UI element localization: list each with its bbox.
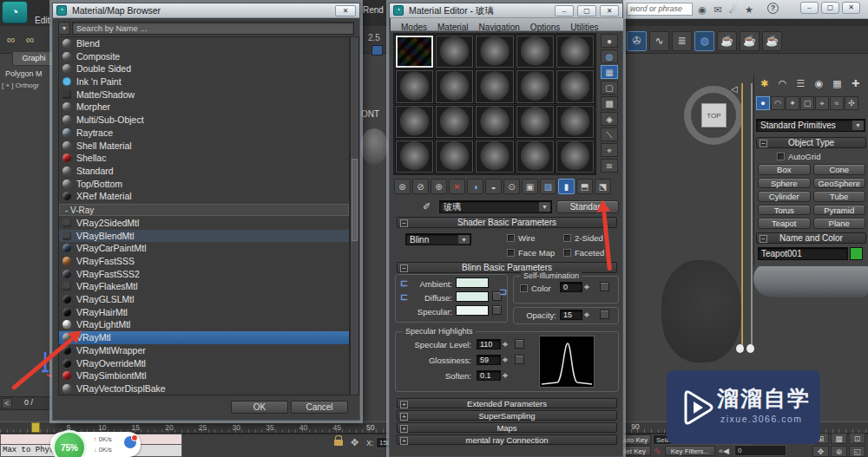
current-frame-field[interactable]: 0: [734, 445, 786, 456]
lock-maps-icon[interactable]: ⊏: [499, 286, 507, 297]
expand-icon[interactable]: +: [400, 413, 408, 421]
collapse-icon[interactable]: −: [760, 235, 767, 243]
show-background-icon[interactable]: ▣: [522, 179, 538, 194]
editor-titlebar[interactable]: ◔ Material Editor - 玻璃 – ▢ ✕: [390, 3, 622, 18]
sample-slot[interactable]: [516, 35, 555, 69]
checkbox-icon[interactable]: [777, 153, 785, 160]
object-name-field[interactable]: Teapot001: [758, 247, 848, 260]
go-to-parent-icon[interactable]: ⬒: [576, 179, 593, 194]
checkbox-icon[interactable]: [563, 234, 571, 242]
material-list-item[interactable]: VRayFlakesMtl: [59, 280, 349, 293]
parameter-spinner[interactable]: [503, 370, 510, 381]
close-icon[interactable]: ✕: [335, 5, 356, 16]
communication-center-icon[interactable]: ☄: [726, 3, 741, 16]
pan-icon[interactable]: ✥: [812, 446, 829, 457]
collapse-icon[interactable]: −: [760, 140, 767, 147]
utilities-tab-icon[interactable]: ✚: [847, 76, 864, 91]
menu-rendering-fragment[interactable]: Rend: [363, 5, 384, 15]
material-list-item[interactable]: Matte/Shadow: [59, 88, 349, 101]
material-list-item[interactable]: VRayMtlWrapper: [59, 344, 349, 357]
selection-lock-icon[interactable]: [334, 440, 343, 446]
sample-slot[interactable]: [556, 69, 595, 103]
sample-slot[interactable]: [475, 35, 514, 69]
cameras-icon[interactable]: ▢: [800, 96, 814, 110]
sample-slot[interactable]: [556, 140, 595, 173]
specular-map-button[interactable]: [492, 305, 502, 315]
subscription-center-icon[interactable]: ✉: [710, 3, 726, 16]
viewcube-top-face[interactable]: TOP: [701, 103, 727, 127]
render-setup-icon[interactable]: ∿: [649, 31, 669, 51]
specular-color-swatch[interactable]: [456, 305, 489, 316]
graphite-ribbon-fragment[interactable]: Graphi: [12, 52, 56, 66]
get-material-icon[interactable]: ⊛: [394, 179, 411, 194]
reset-map-icon[interactable]: ✕: [449, 179, 465, 194]
sample-slot[interactable]: [475, 105, 514, 139]
render-iterative-icon[interactable]: ☕: [740, 31, 760, 51]
search-input[interactable]: Search by Name ...: [72, 22, 354, 35]
primitive-button[interactable]: Plane: [813, 218, 866, 229]
material-list-item[interactable]: Shell Material: [59, 140, 349, 153]
sample-type-icon[interactable]: ●: [601, 34, 618, 48]
field-of-view-icon[interactable]: ⊡: [849, 433, 865, 444]
material-list-item[interactable]: Standard: [59, 165, 349, 178]
zoom-region-icon[interactable]: ▦: [831, 433, 847, 444]
material-list-item[interactable]: VRayFastSSS: [59, 255, 349, 268]
chevron-down-icon[interactable]: ▼: [852, 121, 864, 130]
sample-slot[interactable]: [516, 140, 555, 173]
chevron-down-icon[interactable]: ▼: [458, 235, 470, 244]
material-list-item[interactable]: VRayCarPaintMtl: [59, 242, 349, 255]
scrollbar-thumb[interactable]: [352, 159, 358, 241]
material-list-item[interactable]: Double Sided: [59, 62, 349, 75]
help-icon[interactable]: ?: [767, 3, 779, 14]
opacity-spinner[interactable]: [584, 310, 592, 320]
sample-slot[interactable]: [435, 105, 474, 139]
ambient-color-swatch[interactable]: [456, 277, 489, 288]
quick-render-icon[interactable]: ☕: [762, 31, 782, 51]
category-dropdown[interactable]: Standard Primitives ▼: [756, 119, 865, 132]
checkbox-icon[interactable]: [520, 284, 528, 292]
sample-slot[interactable]: [395, 35, 434, 69]
unlink-selection-icon[interactable]: ∞: [26, 33, 34, 46]
material-list-item[interactable]: VRayHairMtl: [59, 306, 349, 319]
primitive-button[interactable]: Cylinder: [758, 191, 811, 202]
sample-slot[interactable]: [435, 140, 474, 173]
search-binoculars-icon[interactable]: ◉: [694, 3, 710, 16]
put-to-library-icon[interactable]: ⊘: [412, 179, 429, 194]
shader-checkbox[interactable]: Wire: [507, 233, 563, 245]
primitive-button[interactable]: Box: [758, 164, 811, 175]
menu-item[interactable]: Navigation: [479, 22, 520, 33]
rollout-header[interactable]: + SuperSampling: [397, 410, 617, 421]
material-list-item[interactable]: VRayVectorDisplBake: [59, 382, 349, 395]
set-keys-icon[interactable]: ∿: [654, 446, 661, 455]
browser-titlebar[interactable]: ◔ Material/Map Browser ✕: [53, 3, 359, 18]
show-map-in-viewport-icon[interactable]: ▨: [540, 179, 556, 194]
material-list-item[interactable]: VRayBlendMtl: [59, 230, 349, 243]
parameter-field[interactable]: 110: [477, 339, 501, 349]
parameter-field[interactable]: 59: [477, 355, 501, 365]
sample-slot[interactable]: [435, 35, 474, 69]
material-editor-icon[interactable]: ✇: [627, 31, 647, 51]
collapse-icon[interactable]: −: [400, 264, 408, 272]
material-list-item[interactable]: Multi/Sub-Object: [59, 114, 349, 127]
menu-edit[interactable]: Edit: [35, 16, 49, 25]
autogrid-checkbox[interactable]: AutoGrid: [777, 152, 821, 161]
material-list-item[interactable]: VRayMtl: [59, 331, 349, 344]
material-list-item[interactable]: VRayGLSLMtl: [59, 293, 349, 306]
sample-slot[interactable]: [475, 69, 514, 103]
primitive-button[interactable]: Torus: [758, 205, 811, 216]
time-slider[interactable]: [31, 422, 40, 433]
window-maximize-button[interactable]: ▢: [821, 2, 839, 14]
material-map-navigator-icon[interactable]: ≋: [601, 159, 618, 173]
shader-checkbox[interactable]: Face Map: [507, 248, 563, 259]
close-icon[interactable]: ✕: [600, 5, 619, 16]
collapse-icon[interactable]: −: [400, 219, 408, 227]
self-illum-map-button[interactable]: [600, 282, 609, 291]
menu-item[interactable]: Material: [437, 22, 469, 33]
object-color-swatch[interactable]: [850, 247, 863, 260]
motion-tab-icon[interactable]: ◉: [811, 76, 827, 91]
display-tab-icon[interactable]: ▦: [829, 76, 845, 91]
lights-icon[interactable]: ✦: [786, 96, 799, 110]
video-color-check-icon[interactable]: ▩: [601, 96, 618, 110]
menu-item[interactable]: Options: [530, 22, 560, 33]
modify-tab-icon[interactable]: ◠: [774, 76, 791, 91]
